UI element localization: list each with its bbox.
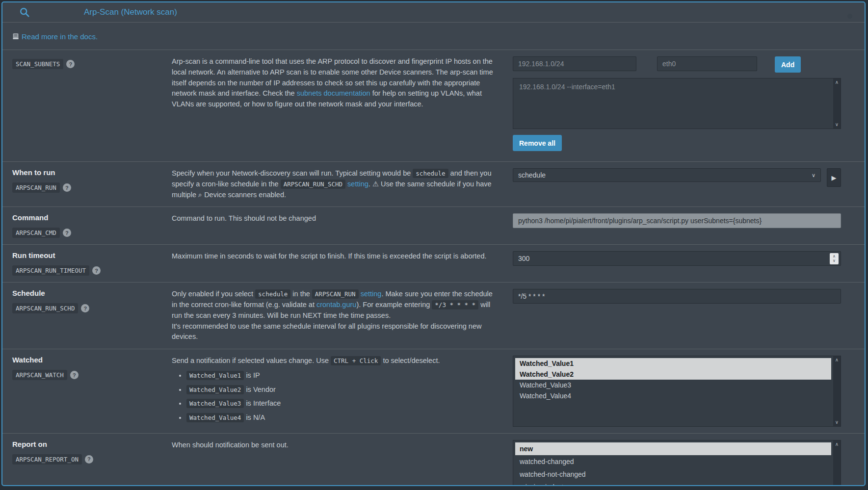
scroll-up-icon[interactable]: ∧: [835, 80, 839, 85]
setting-row-scan-subnets: SCAN_SUBNETS? Arp-scan is a command-line…: [2, 50, 865, 162]
inline-link[interactable]: crontab.guru: [316, 301, 356, 309]
setting-name: Watched: [12, 356, 172, 364]
help-icon[interactable]: ?: [66, 60, 75, 68]
subnet-input[interactable]: [513, 56, 636, 71]
setting-description: Only enabled if you select schedule in t…: [172, 289, 513, 342]
setting-row-report-on: Report on ARPSCAN_REPORT_ON? When should…: [2, 434, 865, 486]
help-icon[interactable]: ?: [63, 229, 71, 237]
add-button[interactable]: Add: [775, 56, 801, 73]
setting-name: When to run: [12, 168, 172, 177]
list-item: Watched_Value3 is Interface: [186, 398, 499, 409]
help-icon[interactable]: ?: [81, 304, 89, 312]
inline-code: Watched_Value2: [186, 385, 244, 394]
run-now-button[interactable]: ▶: [827, 168, 841, 187]
setting-name: Schedule: [12, 289, 172, 297]
setting-label-cell: When to run ARPSCAN_RUN?: [12, 168, 172, 200]
option-Watched_Value1[interactable]: Watched_Value1: [515, 358, 831, 369]
inline-link[interactable]: setting: [361, 290, 382, 298]
play-icon: ▶: [832, 174, 837, 181]
setting-description: Command to run. This should not be chang…: [172, 213, 513, 238]
setting-key: ARPSCAN_WATCH: [12, 370, 67, 380]
setting-control-cell: Watched_Value1Watched_Value2Watched_Valu…: [513, 356, 841, 427]
option-watched-not-changed[interactable]: watched-not-changed: [515, 468, 831, 481]
setting-control-cell: Add 192.168.1.0/24 --interface=eth1 ∧ ∨ …: [513, 56, 841, 155]
interface-input[interactable]: [657, 56, 757, 71]
inline-link[interactable]: subnets documentation: [297, 89, 370, 97]
inline-code: schedule: [255, 289, 290, 299]
setting-name: Report on: [12, 440, 172, 448]
option-Watched_Value2[interactable]: Watched_Value2: [515, 369, 831, 380]
option-watched-changed[interactable]: watched-changed: [515, 455, 831, 468]
option-missing-in-last-scan[interactable]: missing-in-last-scan: [515, 481, 831, 486]
setting-control-cell: ∧ ∨: [513, 251, 841, 276]
inline-code: CTRL + Click: [331, 356, 381, 365]
inline-code: schedule: [413, 169, 448, 178]
scroll-down-icon[interactable]: ∨: [835, 420, 839, 425]
setting-label-cell: Command ARPSCAN_CMD?: [12, 213, 172, 238]
subnets-listbox[interactable]: 192.168.1.0/24 --interface=eth1 ∧ ∨: [513, 78, 841, 129]
list-item: Watched_Value1 is IP: [186, 370, 499, 381]
help-icon[interactable]: ?: [92, 266, 101, 275]
setting-key: SCAN_SUBNETS: [12, 59, 63, 69]
scroll-down-icon[interactable]: ∨: [835, 122, 839, 127]
inline-link[interactable]: setting: [347, 180, 368, 188]
setting-description: Arp-scan is a command-line tool that use…: [172, 56, 513, 155]
report-on-multiselect[interactable]: newwatched-changedwatched-not-changedmis…: [513, 440, 841, 486]
option-192.168.1.0/24 --interface=eth1[interactable]: 192.168.1.0/24 --interface=eth1: [513, 78, 841, 91]
setting-control-cell: newwatched-changedwatched-not-changedmis…: [513, 440, 841, 486]
option-new[interactable]: new: [515, 442, 831, 455]
scroll-up-icon[interactable]: ∧: [835, 358, 839, 362]
setting-key: ARPSCAN_RUN_TIMEOUT: [12, 265, 89, 276]
spinner-down-icon[interactable]: ∨: [833, 259, 836, 263]
number-spinner[interactable]: ∧ ∨: [830, 253, 839, 264]
option-Watched_Value4[interactable]: Watched_Value4: [515, 390, 831, 401]
plugin-settings-panel: Arp-Scan (Network scan) Read more in the…: [1, 1, 866, 486]
when-to-run-select[interactable]: schedule ∨: [513, 168, 821, 182]
option-Watched_Value3[interactable]: Watched_Value3: [515, 380, 831, 390]
scroll-up-icon[interactable]: ∧: [835, 442, 839, 447]
docs-link-label: Read more in the docs.: [22, 32, 98, 41]
inline-code: ARPSCAN_RUN: [312, 289, 359, 299]
inline-code: Watched_Value1: [186, 371, 244, 380]
search-icon[interactable]: [19, 7, 30, 18]
setting-label-cell: Watched ARPSCAN_WATCH?: [12, 356, 172, 427]
run-timeout-input[interactable]: [513, 251, 841, 266]
help-icon[interactable]: ?: [85, 455, 93, 464]
scrollbar[interactable]: ∧ ∨: [833, 356, 841, 426]
setting-key: ARPSCAN_RUN_SCHD: [12, 303, 78, 313]
setting-description: Maximum time in seconds to wait for the …: [172, 251, 513, 276]
setting-name: Run timeout: [12, 251, 172, 259]
setting-row-run-timeout: Run timeout ARPSCAN_RUN_TIMEOUT? Maximum…: [2, 245, 865, 283]
scrollbar[interactable]: ∧ ∨: [833, 78, 841, 129]
watched-multiselect[interactable]: Watched_Value1Watched_Value2Watched_Valu…: [513, 356, 841, 427]
setting-control-cell: [513, 213, 841, 238]
help-icon[interactable]: ?: [63, 183, 71, 192]
book-icon: [12, 33, 19, 40]
setting-description: Specify when your Network-discovery scan…: [172, 168, 513, 200]
docs-link[interactable]: Read more in the docs.: [12, 32, 98, 41]
setting-row-command: Command ARPSCAN_CMD? Command to run. Thi…: [2, 207, 865, 245]
select-value: schedule: [518, 171, 546, 179]
chevron-down-icon: ∨: [812, 172, 815, 179]
list-item: Watched_Value4 is N/A: [186, 413, 499, 423]
setting-description: Send a notification if selected values c…: [172, 356, 513, 427]
panel-title: Arp-Scan (Network scan): [84, 7, 177, 17]
schedule-input[interactable]: [513, 289, 841, 304]
scrollbar[interactable]: ∧ ∨: [833, 440, 841, 486]
remove-all-button[interactable]: Remove all: [513, 135, 562, 151]
inline-code: ARPSCAN_RUN_SCHD: [281, 180, 345, 189]
inline-code: Watched_Value3: [186, 399, 244, 408]
setting-control-cell: [513, 289, 841, 342]
setting-key: ARPSCAN_REPORT_ON: [12, 454, 82, 464]
panel-header: Arp-Scan (Network scan): [2, 2, 865, 23]
subnets-list-items: 192.168.1.0/24 --interface=eth1: [513, 78, 841, 91]
setting-label-cell: Schedule ARPSCAN_RUN_SCHD?: [12, 289, 172, 342]
help-icon[interactable]: ?: [70, 371, 79, 379]
setting-label-cell: Run timeout ARPSCAN_RUN_TIMEOUT?: [12, 251, 172, 276]
setting-control-cell: schedule ∨ ▶: [513, 168, 841, 200]
setting-row-when-to-run: When to run ARPSCAN_RUN? Specify when yo…: [2, 162, 865, 207]
setting-key: ARPSCAN_CMD: [12, 228, 60, 238]
inline-code: Watched_Value4: [186, 413, 244, 422]
setting-row-schedule: Schedule ARPSCAN_RUN_SCHD? Only enabled …: [2, 283, 865, 349]
setting-label-cell: Report on ARPSCAN_REPORT_ON?: [12, 440, 172, 486]
